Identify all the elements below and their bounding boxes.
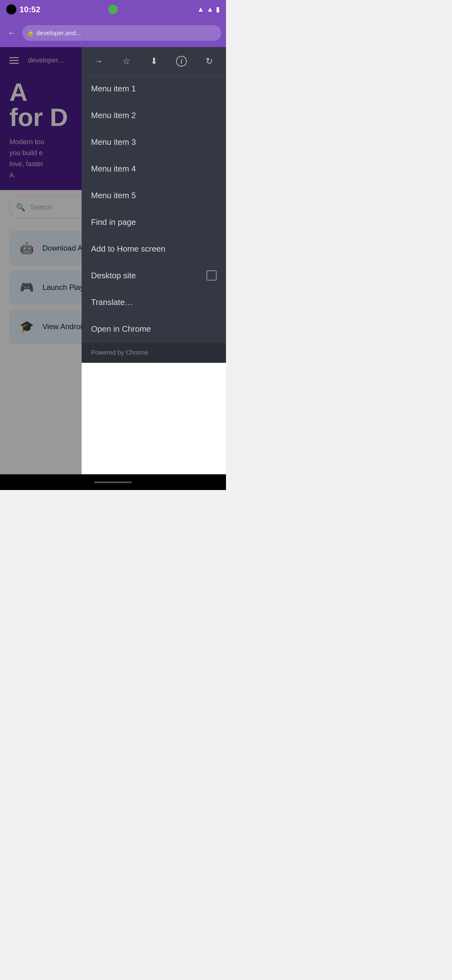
battery-icon: ▮ (216, 5, 220, 14)
status-bar: 10:52 ▲ ▲ ▮ (0, 0, 226, 19)
status-bar-left: 10:52 (6, 5, 41, 14)
status-center-dot (108, 5, 118, 14)
translate-item[interactable]: Translate… (82, 289, 226, 316)
signal-icon: ▲ (206, 5, 213, 14)
page-content: developer... A for D Modern too you buil… (0, 47, 226, 490)
menu-toolbar: → ☆ ⬇ i ↻ (82, 47, 226, 75)
menu-item-2[interactable]: Menu item 2 (82, 102, 226, 129)
menu-footer: Powered by Chrome (82, 342, 226, 363)
menu-item-1[interactable]: Menu item 1 (82, 75, 226, 102)
refresh-icon: ↻ (206, 56, 213, 66)
menu-item-3[interactable]: Menu item 3 (82, 129, 226, 156)
dim-overlay (0, 47, 82, 490)
url-bar[interactable]: 🔒 developer.and... (22, 25, 221, 41)
info-icon: i (176, 56, 187, 67)
status-bar-right: ▲ ▲ ▮ (197, 5, 220, 14)
menu-item-5[interactable]: Menu item 5 (82, 182, 226, 209)
desktop-site-item[interactable]: Desktop site (82, 262, 226, 289)
circle-icon (6, 5, 16, 14)
wifi-icon: ▲ (197, 5, 204, 14)
open-in-chrome-item[interactable]: Open in Chrome (82, 316, 226, 342)
bookmark-icon: ☆ (122, 56, 130, 66)
url-text: developer.and... (36, 30, 81, 37)
add-to-home-screen-item[interactable]: Add to Home screen (82, 235, 226, 262)
context-menu: → ☆ ⬇ i ↻ Menu item 1 Menu item 2 Menu i… (82, 47, 226, 363)
download-icon: ⬇ (151, 56, 157, 66)
refresh-button[interactable]: ↻ (200, 52, 219, 71)
lock-icon: 🔒 (27, 30, 34, 37)
back-button[interactable]: ← (5, 26, 19, 40)
home-indicator (94, 482, 132, 483)
menu-item-4[interactable]: Menu item 4 (82, 156, 226, 182)
back-icon: ← (8, 29, 15, 37)
info-button[interactable]: i (172, 52, 191, 71)
download-button[interactable]: ⬇ (144, 52, 163, 71)
powered-by-text: Powered by Chrome (91, 349, 148, 356)
forward-icon: → (94, 56, 103, 66)
bookmark-button[interactable]: ☆ (117, 52, 136, 71)
desktop-site-checkbox[interactable] (206, 270, 217, 280)
status-time: 10:52 (19, 5, 41, 14)
browser-toolbar: ← 🔒 developer.and... (0, 19, 226, 47)
forward-button[interactable]: → (89, 52, 108, 71)
find-in-page-item[interactable]: Find in page (82, 209, 226, 235)
